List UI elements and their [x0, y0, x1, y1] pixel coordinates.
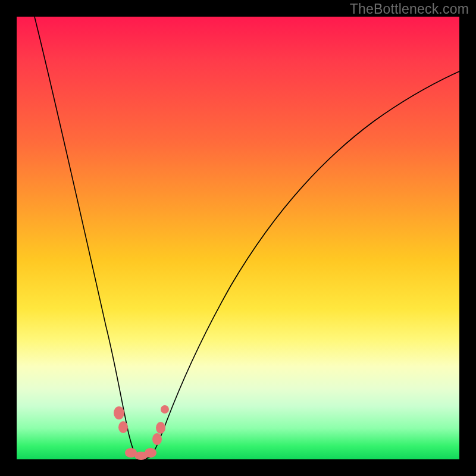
chart-frame: TheBottleneck.com — [0, 0, 476, 476]
marker-trough-right — [145, 448, 156, 458]
bottleneck-curve — [35, 17, 459, 459]
plot-area — [17, 17, 459, 459]
curve-layer — [17, 17, 459, 459]
marker-right-upper — [161, 405, 169, 414]
marker-left-lower — [118, 421, 128, 433]
watermark-text: TheBottleneck.com — [350, 1, 469, 17]
marker-left-upper — [114, 406, 124, 419]
marker-right-1 — [152, 433, 162, 445]
marker-right-2 — [156, 422, 165, 434]
